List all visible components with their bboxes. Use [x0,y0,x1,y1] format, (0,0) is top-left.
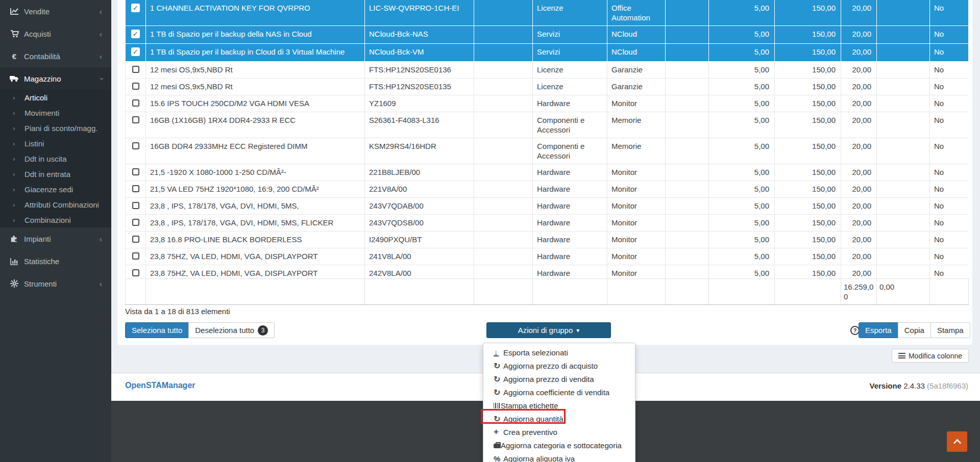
copia-button[interactable]: Copia [898,322,931,338]
row-checkbox[interactable] [131,47,140,56]
sidebar-subitem-ddt-in-entrata[interactable]: ›Ddt in entrata [0,166,111,182]
sidebar-label: Vendite [24,7,100,16]
coefficient-cell: 20,00 [841,112,877,138]
scroll-to-top-button[interactable] [947,431,967,452]
dropdown-item-label: Aggiorna categoria e sottocategoria [501,441,622,450]
row-checkbox[interactable] [132,168,139,175]
bar-chart-icon [9,258,19,265]
empty-cell [666,248,709,265]
sidebar-item-contabilita[interactable]: € Contabilità ‹ [0,45,111,67]
empty-cell [666,95,709,112]
export-button-group: EsportaCopiaStampa [859,322,970,338]
table-row: 1 TB di Spazio per il backup della NAS i… [126,26,969,44]
price-cell: 150,00 [775,164,841,181]
product-description-cell: 1 CHANNEL ACTIVATION KEY FOR QVRPRO [146,0,365,26]
row-checkbox-cell [126,138,146,164]
sidebar-item-strumenti[interactable]: Strumenti ‹ [0,272,111,295]
row-checkbox[interactable] [131,30,140,38]
price-cell: 150,00 [775,44,841,62]
sidebar-item-vendite[interactable]: Vendite ‹ [0,0,111,22]
table-row: 12 mesi OS,9x5,NBD RtFTS:HP12NS20SE0135L… [126,79,969,95]
table-row: 15.6 IPS TOUCH 250CD/M2 VGA HDMI VESAYZ1… [126,95,969,112]
edit-columns-button[interactable]: Modifica colonne [892,349,969,363]
product-description-cell: 23,8 , IPS, 178/178, VGA, DVI, HDMI, 5MS… [146,198,365,215]
row-checkbox[interactable] [132,185,139,192]
chevron-left-icon: ‹ [100,30,102,38]
row-checkbox-cell [126,44,146,62]
sidebar-sublabel: Movimenti [24,109,59,117]
coefficient-cell: 20,00 [841,138,877,164]
price-cell: 150,00 [775,0,841,26]
product-code-cell: NCloud-Bck-NAS [365,26,474,44]
sidebar-subitem-movimenti[interactable]: ›Movimenti [0,105,111,120]
category-cell: Componenti e Accessori [533,138,607,164]
serial-cell: No [930,181,969,198]
empty-cell [474,138,533,164]
coefficient-cell: 20,00 [841,164,877,181]
subcategory-cell: Garanzie [607,62,666,79]
serial-cell: No [930,26,969,44]
empty-cell [877,112,930,138]
row-checkbox[interactable] [132,83,139,90]
totals-empty-cell [775,279,841,305]
group-actions-button[interactable]: Azioni di gruppo ▾ [486,322,611,338]
row-checkbox-cell [126,265,146,279]
row-checkbox[interactable] [132,66,139,73]
sidebar-subitem-ddt-in-uscita[interactable]: ›Ddt in uscita [0,151,111,166]
product-description-cell: 21,5 VA LED 75HZ 1920*1080, 16:9, 200 CD… [146,181,365,198]
sidebar-subitem-combinazioni[interactable]: ›Combinazioni [0,212,111,227]
row-checkbox[interactable] [132,99,139,107]
row-checkbox[interactable] [132,142,139,149]
table-row: 16GB DDR4 2933MHz ECC Registered DIMMKSM… [126,138,969,164]
version-label: Versione [869,381,901,390]
row-checkbox[interactable] [131,4,140,12]
caret-down-icon: ▾ [576,327,579,334]
sidebar-item-magazzino[interactable]: Magazzino ‹ [0,67,111,90]
sidebar-sublabel: Ddt in uscita [24,155,67,163]
coefficient-cell: 20,00 [841,95,877,112]
sidebar-item-acquisti[interactable]: Acquisti ‹ [0,22,111,45]
brand-link[interactable]: OpenSTAManager [125,381,195,390]
empty-cell [666,181,709,198]
sidebar-sublabel: Giacenze sedi [24,185,73,194]
row-checkbox-cell [126,198,146,215]
empty-cell [666,26,709,44]
dropdown-item-aggiorna-prezzo-di-vendita[interactable]: Aggiorna prezzo di vendita [483,372,635,386]
dropdown-item-aggiorna-coefficiente-di-vendita[interactable]: Aggiorna coefficiente di vendita [483,386,635,399]
select-all-button[interactable]: Seleziona tutto [125,322,189,338]
dropdown-item-aggiorna-categoria-e-sottocategoria[interactable]: Aggiorna categoria e sottocategoria [483,439,635,452]
dropdown-item-aggiorna-aliquota-iva[interactable]: Aggiorna aliquota iva [483,452,635,462]
row-checkbox[interactable] [132,269,139,276]
dropdown-item-aggiorna-prezzo-di-acquisto[interactable]: Aggiorna prezzo di acquisto [483,359,635,372]
row-checkbox[interactable] [132,252,139,260]
product-description-cell: 15.6 IPS TOUCH 250CD/M2 VGA HDMI VESA [146,95,365,112]
category-cell: Hardware [533,181,607,198]
row-checkbox[interactable] [132,116,139,123]
version-number: 2.4.33 [903,381,925,390]
sidebar-item-impianti[interactable]: Impianti ‹ [0,227,111,250]
product-code-cell: YZ1609 [365,95,474,112]
dropdown-item-esporta-selezionati[interactable]: Esporta selezionati [483,346,635,359]
cart-icon [9,30,19,38]
dropdown-item-crea-preventivo[interactable]: Crea preventivo [483,425,635,439]
coefficient-cell: 20,00 [841,232,877,248]
sidebar-item-statistiche[interactable]: Statistiche [0,250,111,272]
sidebar-subitem-attributi-combinazioni[interactable]: ›Attributi Combinazioni [0,197,111,212]
empty-cell [877,26,930,44]
subcategory-cell: Memorie [607,138,666,164]
esporta-button[interactable]: Esporta [859,322,898,338]
row-checkbox[interactable] [132,236,139,243]
sidebar-subitem-articoli[interactable]: ›Articoli [0,90,111,105]
deselect-all-button[interactable]: Deseleziona tutto 3 [188,322,275,338]
deselect-all-label: Deseleziona tutto [195,326,254,335]
empty-cell [877,95,930,112]
sidebar-subitem-piani-di-sconto-magg-[interactable]: ›Piani di sconto/magg. [0,120,111,136]
briefcase-icon [494,444,501,448]
stampa-button[interactable]: Stampa [930,322,970,338]
row-checkbox[interactable] [132,219,139,226]
sidebar-subitem-listini[interactable]: ›Listini [0,136,111,151]
totals-empty-cell [533,279,607,305]
sidebar-subitem-giacenze-sedi[interactable]: ›Giacenze sedi [0,182,111,197]
row-checkbox[interactable] [132,202,139,209]
quantity-cell: 5,00 [709,265,775,279]
